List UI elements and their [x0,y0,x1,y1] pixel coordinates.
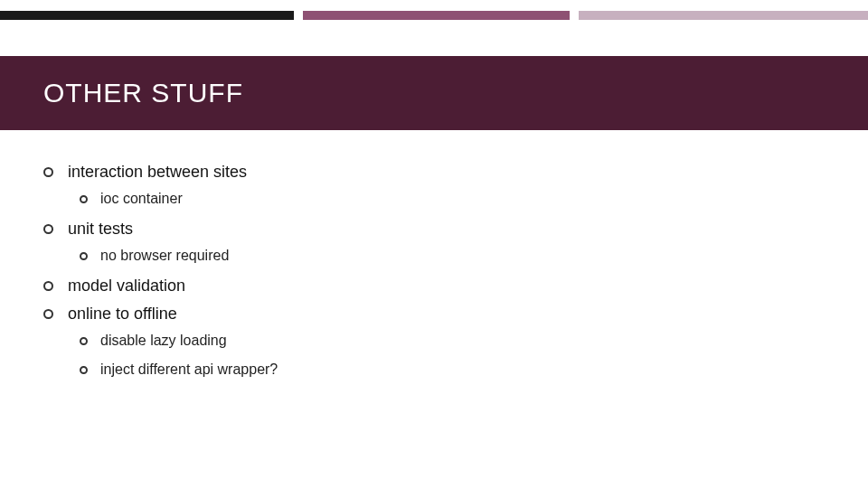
list-item-label: disable lazy loading [100,333,227,349]
circle-bullet-icon [43,281,53,291]
accent-segment-mid [303,11,570,20]
list-item: unit tests no browser required [43,220,825,264]
list-item-label: unit tests [68,220,133,239]
list-item: no browser required [80,248,825,264]
circle-bullet-icon [80,366,88,374]
bullet-list: interaction between sites ioc container … [43,163,825,378]
list-item: model validation [43,277,825,296]
title-band: OTHER STUFF [0,56,868,130]
list-item: interaction between sites ioc container [43,163,825,207]
slide-title: OTHER STUFF [43,78,243,108]
circle-bullet-icon [80,252,88,260]
list-item-label: interaction between sites [68,163,247,182]
accent-bar [0,11,868,20]
list-item: online to offline disable lazy loading i… [43,305,825,378]
circle-bullet-icon [43,224,53,234]
accent-segment-light [579,11,868,20]
slide: OTHER STUFF interaction between sites io… [0,0,868,488]
content-area: interaction between sites ioc container … [43,163,825,390]
list-item: disable lazy loading [80,333,825,349]
list-item: inject different api wrapper? [80,361,825,378]
list-item-label: model validation [68,277,185,296]
circle-bullet-icon [80,337,88,345]
list-item: ioc container [80,191,825,207]
list-item-label: online to offline [68,305,177,324]
circle-bullet-icon [80,195,88,203]
circle-bullet-icon [43,309,53,319]
accent-segment-dark [0,11,294,20]
list-item-label: inject different api wrapper? [100,361,278,378]
list-item-label: ioc container [100,191,183,207]
circle-bullet-icon [43,167,53,177]
list-item-label: no browser required [100,248,229,264]
